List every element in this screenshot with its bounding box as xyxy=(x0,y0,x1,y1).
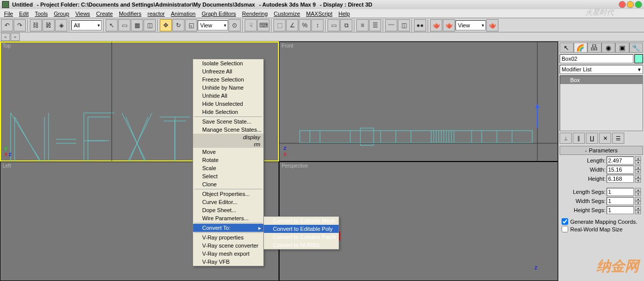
schematic-button[interactable]: ◫ xyxy=(398,19,410,31)
menu-help[interactable]: Help xyxy=(336,10,353,18)
menu-create[interactable]: Create xyxy=(93,10,116,18)
ctx-scale[interactable]: Scale xyxy=(193,164,263,172)
menu-reactor[interactable]: reactor xyxy=(145,10,168,18)
ctx-save-scene-state[interactable]: Save Scene State... xyxy=(193,117,263,126)
rotate-button[interactable]: ↻ xyxy=(172,19,185,31)
layers-button[interactable]: ☰ xyxy=(369,19,381,31)
ctx-convert-editable-patch[interactable]: Convert to Editable Patch xyxy=(264,233,339,241)
pivot-button[interactable]: ⊙ xyxy=(228,19,241,31)
ctx-convert-to[interactable]: Convert To: Convert to Editable Mesh Con… xyxy=(193,224,263,232)
modifier-list-dropdown[interactable]: Modifier List xyxy=(560,65,643,74)
scale-button[interactable]: ◱ xyxy=(185,19,197,31)
ctx-dope-sheet[interactable]: Dope Sheet... xyxy=(193,206,263,214)
named-sel-button[interactable]: ▭ xyxy=(328,19,340,31)
menu-maxscript[interactable]: MAXScript xyxy=(303,10,336,18)
ctx-vray-vfb[interactable]: V-Ray VFB xyxy=(193,258,263,266)
mirror-button[interactable]: ⧉ xyxy=(340,19,352,31)
ctx-convert-editable-mesh[interactable]: Convert to Editable Mesh xyxy=(264,217,339,225)
snap-spinner-button[interactable]: ↕ xyxy=(311,19,324,31)
tab-motion[interactable]: ◉ xyxy=(602,43,616,53)
link-button[interactable]: ⛓ xyxy=(30,19,42,31)
menu-animation[interactable]: Animation xyxy=(168,10,199,18)
menu-customize[interactable]: Customize xyxy=(271,10,303,18)
width-spinner[interactable]: ▴▾ xyxy=(635,166,641,174)
ctx-wire-parameters[interactable]: Wire Parameters... xyxy=(193,214,263,222)
modifier-stack[interactable]: Box xyxy=(560,75,643,131)
ctx-hide-unselected[interactable]: Hide Unselected xyxy=(193,100,263,108)
unlink-button[interactable]: ⛓̸ xyxy=(42,19,55,31)
ctx-isolate-selection[interactable]: Isolate Selection xyxy=(193,59,263,67)
material-button[interactable]: ●● xyxy=(414,19,426,31)
tab-display[interactable]: ▣ xyxy=(615,43,629,53)
width-segs-input[interactable] xyxy=(607,197,634,205)
ctx-convert-editable-poly[interactable]: Convert to Editable Poly xyxy=(264,225,339,233)
quick-render-button[interactable]: 🫖 xyxy=(443,19,455,31)
width-input[interactable] xyxy=(607,166,634,174)
render-button[interactable]: 🫖 xyxy=(486,19,498,31)
ctx-convert-nurbs[interactable]: Convert to NURBS xyxy=(264,241,339,249)
ctx-curve-editor[interactable]: Curve Editor... xyxy=(193,198,263,206)
snap-angle-button[interactable]: ∠ xyxy=(286,19,298,31)
stack-item-box[interactable]: Box xyxy=(560,76,642,84)
length-segs-input[interactable] xyxy=(607,188,634,196)
ctx-unhide-by-name[interactable]: Unhide by Name xyxy=(193,84,263,92)
ctx-hide-selection[interactable]: Hide Selection xyxy=(193,108,263,116)
select-button[interactable]: ↖ xyxy=(106,19,118,31)
curve-editor-button[interactable]: 〰 xyxy=(385,19,397,31)
object-name-input[interactable] xyxy=(560,54,633,63)
snap-percent-button[interactable]: % xyxy=(299,19,311,31)
menu-tools[interactable]: Tools xyxy=(32,10,51,18)
length-segs-spinner[interactable]: ▴▾ xyxy=(635,188,641,196)
ctx-freeze-selection[interactable]: Freeze Selection xyxy=(193,75,263,84)
select-name-button[interactable]: ▭ xyxy=(118,19,130,31)
menu-graph-editors[interactable]: Graph Editors xyxy=(199,10,239,18)
ref-coord-dropdown[interactable]: View xyxy=(198,20,228,30)
ctx-rotate[interactable]: Rotate xyxy=(193,156,263,164)
height-segs-input[interactable] xyxy=(607,206,634,214)
select-region-button[interactable]: ▦ xyxy=(131,19,143,31)
align-button[interactable]: ≡ xyxy=(356,19,369,31)
length-spinner[interactable]: ▴▾ xyxy=(635,156,641,165)
make-unique-button[interactable]: ∐ xyxy=(586,133,598,144)
gen-mapping-checkbox[interactable] xyxy=(562,218,568,225)
width-segs-spinner[interactable]: ▴▾ xyxy=(635,197,641,205)
ctx-object-properties[interactable]: Object Properties... xyxy=(193,190,263,198)
render-scene-button[interactable]: 🫖 xyxy=(430,19,442,31)
undo-button[interactable]: ↶ xyxy=(1,19,13,31)
snap-2d-button[interactable]: ⬚ xyxy=(273,19,286,31)
ctx-vray-properties[interactable]: V-Ray properties xyxy=(193,233,263,242)
pin-stack-button[interactable]: ⟂ xyxy=(560,133,572,144)
menu-modifiers[interactable]: Modifiers xyxy=(116,10,145,18)
height-segs-spinner[interactable]: ▴▾ xyxy=(635,206,641,214)
maximize-button[interactable] xyxy=(635,1,642,8)
show-end-result-button[interactable]: ∥ xyxy=(573,133,585,144)
move-button[interactable]: ✥ xyxy=(160,19,172,31)
minimize-button[interactable] xyxy=(627,1,634,8)
ctx-move[interactable]: Move xyxy=(193,148,263,156)
menu-file[interactable]: File xyxy=(1,10,16,18)
reactor-button-2[interactable]: ▫ xyxy=(11,33,20,41)
height-input[interactable] xyxy=(607,175,634,183)
menu-group[interactable]: Group xyxy=(51,10,72,18)
rollout-parameters[interactable]: -Parameters xyxy=(560,146,643,155)
real-world-checkbox[interactable] xyxy=(562,226,568,232)
close-button[interactable] xyxy=(619,1,626,8)
tab-hierarchy[interactable]: 品 xyxy=(587,43,602,53)
redo-button[interactable]: ↷ xyxy=(14,19,26,31)
menu-views[interactable]: Views xyxy=(72,10,93,18)
reactor-button-1[interactable]: ▫ xyxy=(1,33,10,41)
object-color-swatch[interactable] xyxy=(634,54,643,63)
configure-sets-button[interactable]: ☰ xyxy=(612,133,624,144)
render-view-dropdown[interactable]: View xyxy=(455,20,486,30)
ctx-unhide-all[interactable]: Unhide All xyxy=(193,92,263,100)
menu-edit[interactable]: Edit xyxy=(16,10,32,18)
keyboard-button[interactable]: ⌨ xyxy=(257,19,269,31)
height-spinner[interactable]: ▴▾ xyxy=(635,175,641,183)
window-crossing-button[interactable]: ◫ xyxy=(144,19,156,31)
ctx-unfreeze-all[interactable]: Unfreeze All xyxy=(193,67,263,75)
manipulate-button[interactable]: ☟ xyxy=(245,19,257,31)
menu-rendering[interactable]: Rendering xyxy=(239,10,271,18)
length-input[interactable] xyxy=(607,156,634,165)
ctx-vray-mesh-export[interactable]: V-Ray mesh export xyxy=(193,250,263,258)
ctx-manage-scene-states[interactable]: Manage Scene States... xyxy=(193,126,263,134)
